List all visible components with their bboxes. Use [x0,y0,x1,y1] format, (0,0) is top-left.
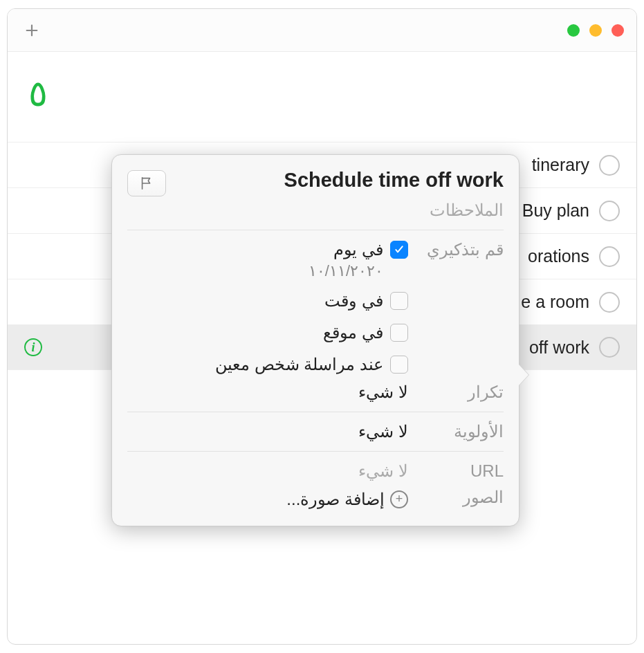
titlebar [8,9,636,52]
notes-field[interactable]: الملاحظات [127,201,504,220]
reminder-details-popover: Schedule time off work الملاحظات قم بتذك… [111,154,519,526]
check-icon [394,244,405,255]
complete-toggle[interactable] [599,155,620,176]
divider [127,412,504,412]
at-time-label: في وقت [324,291,383,311]
on-day-label: في يوم [333,240,383,259]
when-messaging-label: عند مراسلة شخص معين [215,355,383,374]
on-day-checkbox[interactable] [390,241,408,259]
complete-toggle[interactable] [599,201,620,221]
complete-toggle[interactable] [599,337,620,358]
minimize-window-button[interactable] [589,24,602,37]
window-controls [567,24,624,37]
plus-circle-icon: + [390,490,408,508]
add-reminder-button[interactable] [20,19,44,42]
at-location-label: في موقع [323,323,383,342]
info-icon[interactable]: i [24,338,42,356]
priority-value[interactable]: لا شيء [127,422,408,441]
add-image-label: إضافة صورة... [286,490,385,509]
divider [127,230,504,230]
at-location-checkbox[interactable] [390,324,408,342]
flag-button[interactable] [127,170,166,196]
repeat-value[interactable]: لا شيء [127,383,408,402]
app-window: ٥ tinerary Buy plan orations e a room [7,8,637,645]
priority-label: الأولوية [421,422,504,441]
remind-me-label: قم بتذكيري [421,240,504,259]
reminder-count: ٥ [24,73,620,114]
add-image-button[interactable]: + إضافة صورة... [286,490,408,509]
flag-icon [139,176,154,191]
reminder-title-field[interactable]: Schedule time off work [174,169,504,192]
at-time-checkbox[interactable] [390,292,408,310]
on-day-date[interactable]: ١٠/١١/٢٠٢٠ [127,262,408,280]
url-label: URL [421,461,504,481]
divider [127,451,504,452]
close-window-button[interactable] [611,24,624,37]
plus-icon [24,23,39,38]
when-messaging-checkbox[interactable] [390,356,408,374]
zoom-window-button[interactable] [567,24,580,37]
repeat-label: تكرار [421,383,504,402]
complete-toggle[interactable] [599,292,620,313]
images-label: الصور [421,488,504,507]
url-field[interactable]: لا شيء [127,461,408,481]
complete-toggle[interactable] [599,246,620,267]
